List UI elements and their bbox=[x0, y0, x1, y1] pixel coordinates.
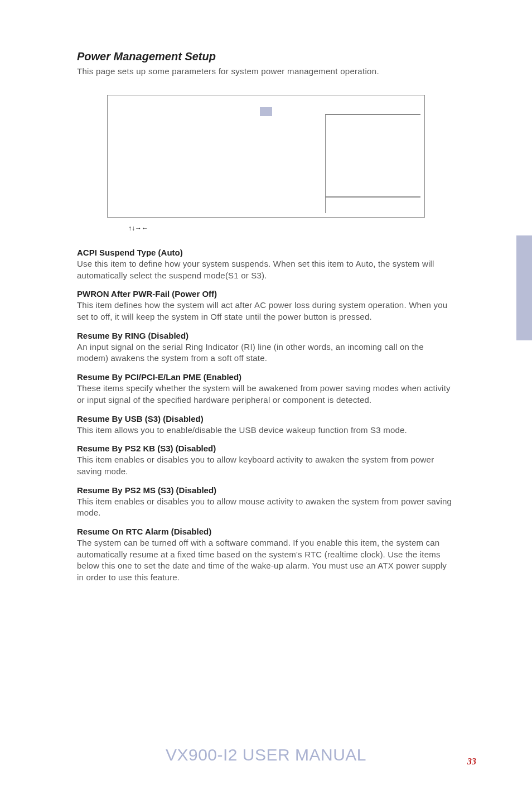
page-number: 33 bbox=[467, 757, 476, 767]
section: ACPI Suspend Type (Auto) Use this item t… bbox=[77, 248, 455, 281]
bios-decoration-square bbox=[260, 107, 272, 116]
section: Resume By PS2 KB (S3) (Disabled) This it… bbox=[77, 444, 455, 477]
section-body: This item enables or disables you to all… bbox=[77, 496, 455, 519]
section-body: This item enables or disables you to all… bbox=[77, 454, 455, 477]
section-heading: Resume By PS2 MS (S3) (Disabled) bbox=[77, 485, 455, 495]
footer-manual-title: VX900-I2 USER MANUAL bbox=[0, 745, 532, 764]
section: Resume By PCI/PCI-E/Lan PME (Enabled) Th… bbox=[77, 372, 455, 406]
section: Resume On RTC Alarm (Disabled) The syste… bbox=[77, 527, 455, 584]
bios-help-line-top bbox=[326, 114, 420, 115]
section-body: Use this item to define how your system … bbox=[77, 258, 455, 281]
section-heading: Resume By RING (Disabled) bbox=[77, 331, 455, 340]
arrow-caption: ↑↓→← bbox=[128, 224, 455, 232]
section-body: An input signal on the serial Ring Indic… bbox=[77, 341, 455, 364]
section: Resume By PS2 MS (S3) (Disabled) This it… bbox=[77, 485, 455, 519]
section-body: This item defines how the system will ac… bbox=[77, 300, 455, 323]
intro-text: This page sets up some parameters for sy… bbox=[77, 66, 455, 76]
bios-screenshot-inner bbox=[112, 99, 420, 213]
bios-screenshot-frame bbox=[107, 95, 425, 218]
section-body: This item allows you to enable/disable t… bbox=[77, 425, 455, 436]
section-heading: Resume By PS2 KB (S3) (Disabled) bbox=[77, 444, 455, 453]
section-heading: PWRON After PWR-Fail (Power Off) bbox=[77, 289, 455, 299]
section-heading: Resume By USB (S3) (Disabled) bbox=[77, 414, 455, 423]
side-tab-decoration bbox=[516, 235, 532, 340]
page-content: Power Management Setup This page sets up… bbox=[0, 0, 532, 584]
section-heading: ACPI Suspend Type (Auto) bbox=[77, 248, 455, 257]
section-heading: Resume By PCI/PCI-E/Lan PME (Enabled) bbox=[77, 372, 455, 382]
page-title: Power Management Setup bbox=[77, 50, 455, 63]
section: PWRON After PWR-Fail (Power Off) This it… bbox=[77, 289, 455, 323]
bios-divider bbox=[325, 114, 326, 213]
section-heading: Resume On RTC Alarm (Disabled) bbox=[77, 527, 455, 536]
bios-help-line-bottom bbox=[326, 196, 420, 198]
section-body: These items specify whether the system w… bbox=[77, 383, 455, 406]
section: Resume By RING (Disabled) An input signa… bbox=[77, 331, 455, 364]
section-body: The system can be turned off with a soft… bbox=[77, 537, 455, 584]
section: Resume By USB (S3) (Disabled) This item … bbox=[77, 414, 455, 436]
